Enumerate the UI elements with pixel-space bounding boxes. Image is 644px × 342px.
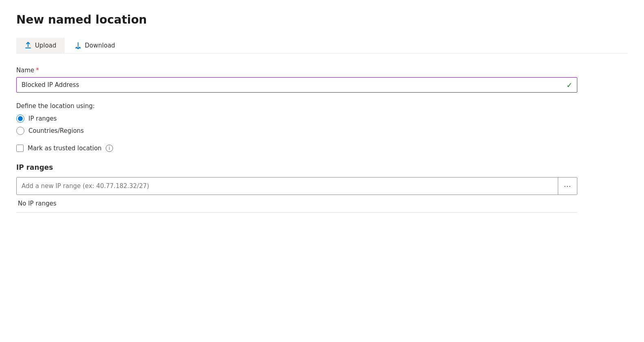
name-input[interactable]	[16, 77, 577, 93]
name-input-wrapper: ✓	[16, 77, 577, 93]
name-field-label: Name *	[16, 67, 628, 74]
ip-ranges-section-title: IP ranges	[16, 163, 628, 171]
trusted-location-label: Mark as trusted location	[28, 145, 102, 152]
ip-ranges-divider	[16, 212, 577, 213]
ip-input-row: ···	[16, 177, 577, 195]
required-indicator: *	[36, 67, 39, 74]
countries-regions-radio[interactable]	[16, 127, 24, 135]
download-button[interactable]: Download	[66, 38, 124, 53]
define-location-label: Define the location using:	[16, 102, 628, 110]
trusted-location-checkbox[interactable]	[16, 145, 24, 152]
name-field-section: Name * ✓	[16, 67, 628, 93]
ip-range-input[interactable]	[17, 177, 558, 195]
trusted-location-info-icon[interactable]: i	[106, 145, 113, 152]
ip-ranges-section: IP ranges ··· No IP ranges	[16, 163, 628, 213]
ip-ranges-radio[interactable]	[16, 115, 24, 123]
ip-ranges-radio-option[interactable]: IP ranges	[16, 115, 628, 123]
valid-checkmark-icon: ✓	[566, 81, 572, 89]
trusted-location-row: Mark as trusted location i	[16, 145, 628, 152]
location-type-radio-group: IP ranges Countries/Regions	[16, 115, 628, 135]
countries-regions-radio-option[interactable]: Countries/Regions	[16, 127, 628, 135]
ip-ranges-radio-label: IP ranges	[28, 115, 57, 122]
countries-regions-radio-label: Countries/Regions	[28, 127, 84, 134]
upload-icon	[24, 42, 32, 49]
page-title: New named location	[16, 13, 628, 26]
upload-label: Upload	[35, 42, 57, 49]
toolbar: Upload Download	[16, 38, 628, 54]
define-location-section: Define the location using: IP ranges Cou…	[16, 102, 628, 135]
no-ip-ranges-text: No IP ranges	[16, 195, 577, 212]
download-label: Download	[85, 42, 115, 49]
ip-range-more-button[interactable]: ···	[558, 177, 577, 195]
upload-button[interactable]: Upload	[16, 38, 65, 53]
ellipsis-icon: ···	[564, 182, 571, 190]
download-icon	[74, 42, 82, 49]
